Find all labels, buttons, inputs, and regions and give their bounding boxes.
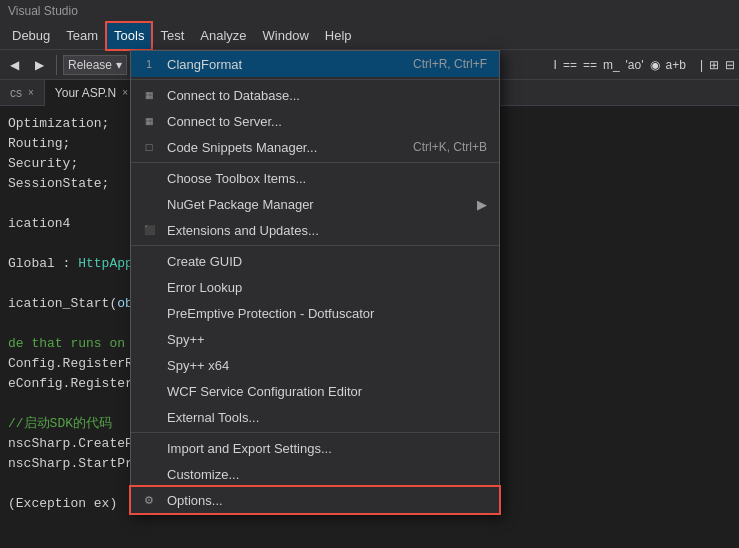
menu-snippets[interactable]: □ Code Snippets Manager... Ctrl+K, Ctrl+… xyxy=(131,134,499,160)
menu-external-tools[interactable]: External Tools... xyxy=(131,404,499,430)
extensions-icon: ⬛ xyxy=(139,225,159,235)
menu-test[interactable]: Test xyxy=(152,22,192,50)
menu-team[interactable]: Team xyxy=(58,22,106,50)
tab-aspn-close[interactable]: × xyxy=(122,87,128,98)
menu-analyze[interactable]: Analyze xyxy=(192,22,254,50)
menu-connect-server[interactable]: ▦ Connect to Server... xyxy=(131,108,499,134)
menu-connect-db[interactable]: ▦ Connect to Database... xyxy=(131,82,499,108)
connect-db-label: Connect to Database... xyxy=(167,88,300,103)
icon-eq2: == xyxy=(583,58,597,72)
menu-preemptive[interactable]: PreEmptive Protection - Dotfuscator xyxy=(131,300,499,326)
create-guid-label: Create GUID xyxy=(167,254,242,269)
menu-error-lookup[interactable]: Error Lookup xyxy=(131,274,499,300)
tools-menu: 1 ClangFormat Ctrl+R, Ctrl+F ▦ Connect t… xyxy=(130,50,500,514)
connect-db-icon: ▦ xyxy=(139,90,159,100)
separator-3 xyxy=(131,245,499,246)
icon-misc2: ⊟ xyxy=(725,58,735,72)
preemptive-label: PreEmptive Protection - Dotfuscator xyxy=(167,306,374,321)
title-bar: Visual Studio xyxy=(0,0,739,22)
menu-clangformat[interactable]: 1 ClangFormat Ctrl+R, Ctrl+F xyxy=(131,51,499,77)
error-lookup-label: Error Lookup xyxy=(167,280,242,295)
menu-bar: Debug Team Tools Test Analyze Window Hel… xyxy=(0,22,739,50)
menu-options[interactable]: ⚙ Options... xyxy=(131,487,499,513)
tab-cs-label: cs xyxy=(10,86,22,100)
spy-x64-label: Spy++ x64 xyxy=(167,358,229,373)
icon-ao: 'ao' xyxy=(626,58,644,72)
menu-customize[interactable]: Customize... xyxy=(131,461,499,487)
icon-line: | xyxy=(700,58,703,72)
tab-cs[interactable]: cs × xyxy=(0,80,45,106)
separator-1 xyxy=(131,79,499,80)
menu-wcf[interactable]: WCF Service Configuration Editor xyxy=(131,378,499,404)
configuration-label: Release xyxy=(68,58,112,72)
icon-m: m_ xyxy=(603,58,620,72)
menu-tools[interactable]: Tools xyxy=(106,22,152,50)
toolbar-icons: I == == m_ 'ao' ◉ a+b | ⊞ ⊟ xyxy=(554,58,735,72)
toolbar-separator-1 xyxy=(56,55,57,75)
toolbox-label: Choose Toolbox Items... xyxy=(167,171,306,186)
snippets-label: Code Snippets Manager... xyxy=(167,140,317,155)
menu-nuget[interactable]: NuGet Package Manager ▶ xyxy=(131,191,499,217)
dropdown-arrow: ▾ xyxy=(116,58,122,72)
icon-misc: ⊞ xyxy=(709,58,719,72)
external-tools-label: External Tools... xyxy=(167,410,259,425)
nuget-arrow: ▶ xyxy=(477,197,487,212)
menu-spy-x64[interactable]: Spy++ x64 xyxy=(131,352,499,378)
nuget-label: NuGet Package Manager xyxy=(167,197,314,212)
spy-label: Spy++ xyxy=(167,332,205,347)
menu-help[interactable]: Help xyxy=(317,22,360,50)
tab-cs-close[interactable]: × xyxy=(28,87,34,98)
menu-spy[interactable]: Spy++ xyxy=(131,326,499,352)
back-button[interactable]: ◀ xyxy=(4,56,25,74)
snippets-shortcut: Ctrl+K, Ctrl+B xyxy=(413,140,487,154)
menu-debug[interactable]: Debug xyxy=(4,22,58,50)
separator-4 xyxy=(131,432,499,433)
wcf-label: WCF Service Configuration Editor xyxy=(167,384,362,399)
extensions-label: Extensions and Updates... xyxy=(167,223,319,238)
configuration-dropdown[interactable]: Release ▾ xyxy=(63,55,127,75)
snippets-icon: □ xyxy=(139,141,159,153)
title-text: Visual Studio xyxy=(8,4,78,18)
icon-cursor: I xyxy=(554,58,557,72)
clangformat-label: ClangFormat xyxy=(167,57,242,72)
connect-server-label: Connect to Server... xyxy=(167,114,282,129)
tab-aspn[interactable]: Your ASP.N × xyxy=(45,80,139,106)
icon-eq1: == xyxy=(563,58,577,72)
menu-window[interactable]: Window xyxy=(255,22,317,50)
icon-circle: ◉ xyxy=(650,58,660,72)
menu-toolbox-items[interactable]: Choose Toolbox Items... xyxy=(131,165,499,191)
menu-create-guid[interactable]: Create GUID xyxy=(131,248,499,274)
tab-aspn-label: Your ASP.N xyxy=(55,86,116,100)
connect-server-icon: ▦ xyxy=(139,116,159,126)
options-label: Options... xyxy=(167,493,223,508)
menu-extensions[interactable]: ⬛ Extensions and Updates... xyxy=(131,217,499,243)
clangformat-shortcut: Ctrl+R, Ctrl+F xyxy=(413,57,487,71)
menu-import-export[interactable]: Import and Export Settings... xyxy=(131,435,499,461)
customize-label: Customize... xyxy=(167,467,239,482)
options-gear-icon: ⚙ xyxy=(139,494,159,507)
icon-ab: a+b xyxy=(666,58,686,72)
forward-button[interactable]: ▶ xyxy=(29,56,50,74)
clangformat-icon: 1 xyxy=(139,58,159,70)
separator-2 xyxy=(131,162,499,163)
import-export-label: Import and Export Settings... xyxy=(167,441,332,456)
